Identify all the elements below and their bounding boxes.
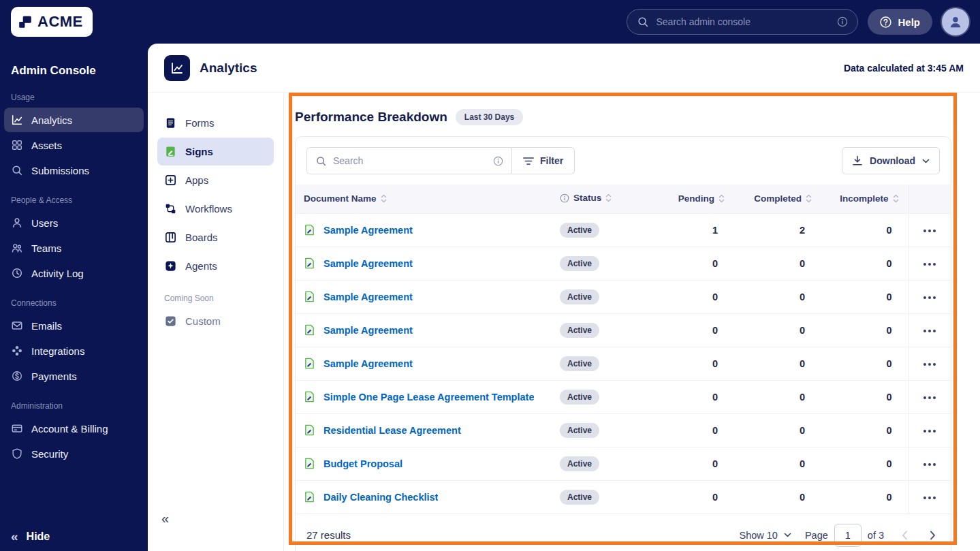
- sort-icon: [605, 193, 612, 202]
- incomplete-value: 0: [821, 280, 908, 313]
- document-link[interactable]: Budget Proposal: [323, 458, 402, 469]
- document-link[interactable]: Sample Agreement: [323, 225, 413, 236]
- row-actions-button[interactable]: [919, 491, 940, 505]
- subnav-item-boards[interactable]: Boards: [157, 223, 274, 251]
- sidebar-item-activity-log[interactable]: Activity Log: [4, 261, 144, 285]
- page-number-input[interactable]: [834, 524, 862, 547]
- search-icon: [637, 16, 649, 28]
- column-label: Document Name: [304, 193, 377, 204]
- filter-button[interactable]: Filter: [512, 147, 575, 174]
- sidebar-item-account-billing[interactable]: Account & Billing: [4, 416, 144, 441]
- document-link[interactable]: Simple One Page Lease Agreement Template: [323, 392, 534, 403]
- subnav-item-agents[interactable]: Agents: [157, 252, 274, 280]
- sidebar-item-label: Payments: [31, 371, 77, 382]
- column-label: Pending: [678, 193, 714, 204]
- performance-panel: Performance Breakdown Last 30 Days: [284, 93, 980, 551]
- user-avatar[interactable]: [942, 8, 969, 35]
- document-link[interactable]: Sample Agreement: [323, 258, 413, 269]
- document-link[interactable]: Daily Cleaning Checklist: [323, 492, 438, 503]
- help-label: Help: [898, 16, 920, 28]
- table-row: Sample Agreement Active 0 0 0: [296, 280, 951, 313]
- subnav-item-custom[interactable]: Custom: [157, 307, 274, 335]
- table-search-input[interactable]: [333, 155, 487, 166]
- sort-icon: [381, 194, 387, 203]
- row-actions-button[interactable]: [919, 458, 940, 471]
- sidebar-item-label: Emails: [31, 320, 62, 332]
- chevron-down-icon: [922, 159, 930, 163]
- completed-value: 2: [734, 213, 821, 247]
- row-actions-button[interactable]: [919, 257, 940, 271]
- performance-table: Document Name Status Pending Completed: [296, 185, 951, 514]
- status-badge: Active: [560, 390, 599, 405]
- submissions-icon: [11, 164, 23, 176]
- incomplete-value: 0: [821, 480, 908, 514]
- subnav-collapse-button[interactable]: «: [161, 511, 169, 526]
- row-actions-button[interactable]: [919, 224, 940, 238]
- analytics-icon: [11, 114, 23, 126]
- status-badge: Active: [560, 223, 599, 238]
- table-toolbar: Filter Download: [296, 137, 951, 185]
- sidebar-item-analytics[interactable]: Analytics: [4, 108, 144, 132]
- row-actions-button[interactable]: [919, 391, 940, 405]
- incomplete-value: 0: [821, 447, 908, 480]
- admin-search-input[interactable]: [656, 16, 830, 27]
- sidebar-item-teams[interactable]: Teams: [4, 236, 144, 260]
- document-link[interactable]: Residential Lease Agreement: [323, 425, 461, 436]
- table-row: Residential Lease Agreement Active 0 0 0: [296, 413, 951, 447]
- security-icon: [11, 447, 23, 460]
- document-link[interactable]: Sample Agreement: [323, 358, 413, 369]
- help-button[interactable]: Help: [868, 9, 932, 35]
- signs-icon: [164, 145, 177, 158]
- document-link[interactable]: Sample Agreement: [323, 325, 413, 336]
- column-pending[interactable]: Pending: [652, 185, 734, 213]
- row-actions-button[interactable]: [919, 358, 940, 371]
- subnav-item-forms[interactable]: Forms: [157, 109, 274, 137]
- pending-value: 0: [652, 280, 734, 313]
- section-label-connections: Connections: [0, 286, 148, 313]
- subnav-item-signs[interactable]: Signs: [157, 138, 274, 166]
- sidebar-item-emails[interactable]: Emails: [4, 313, 144, 338]
- activity-log-icon: [11, 267, 23, 279]
- column-status[interactable]: Status: [552, 185, 652, 213]
- sidebar-item-submissions[interactable]: Submissions: [4, 158, 144, 183]
- download-icon: [852, 155, 863, 166]
- previous-page-button[interactable]: [898, 528, 912, 543]
- incomplete-value: 0: [821, 313, 908, 347]
- document-link[interactable]: Sample Agreement: [323, 292, 413, 302]
- row-actions-button[interactable]: [919, 291, 940, 304]
- page-label: Page: [805, 530, 828, 541]
- sign-document-icon: [304, 291, 315, 302]
- subnav-item-label: Apps: [185, 174, 208, 186]
- incomplete-value: 0: [821, 380, 908, 413]
- table-row: Simple One Page Lease Agreement Template…: [296, 380, 951, 413]
- subnav-item-apps[interactable]: Apps: [157, 166, 274, 194]
- column-completed[interactable]: Completed: [734, 185, 821, 213]
- column-document-name[interactable]: Document Name: [296, 185, 552, 213]
- subnav-item-workflows[interactable]: Workflows: [157, 195, 274, 223]
- column-incomplete[interactable]: Incomplete: [821, 185, 908, 213]
- show-per-page-select[interactable]: Show 10: [740, 530, 791, 541]
- emails-icon: [11, 319, 23, 332]
- next-page-button[interactable]: [926, 528, 940, 543]
- sidebar-item-assets[interactable]: Assets: [4, 133, 144, 157]
- section-label-people: People & Access: [0, 183, 148, 210]
- sidebar-hide-button[interactable]: « Hide: [11, 530, 50, 543]
- sidebar-item-users[interactable]: Users: [4, 210, 144, 235]
- row-actions-button[interactable]: [919, 424, 940, 438]
- column-label: Status: [573, 193, 601, 203]
- table-row: Sample Agreement Active 0 0 0: [296, 347, 951, 380]
- table-row: Sample Agreement Active 1 2 0: [296, 213, 951, 247]
- main-content: Analytics Data calculated at 3:45 AM For…: [148, 44, 980, 551]
- status-badge: Active: [560, 456, 599, 471]
- page-total-label: of 3: [868, 530, 884, 541]
- search-icon: [315, 155, 327, 167]
- acme-logo[interactable]: ACME: [11, 7, 93, 37]
- row-actions-button[interactable]: [919, 324, 940, 338]
- collapse-icon: «: [11, 530, 18, 543]
- sign-document-icon: [304, 324, 315, 336]
- analytics-header: Analytics Data calculated at 3:45 AM: [148, 44, 980, 93]
- sidebar-item-security[interactable]: Security: [4, 441, 144, 466]
- sidebar-item-integrations[interactable]: Integrations: [4, 339, 144, 363]
- sidebar-item-payments[interactable]: Payments: [4, 364, 144, 388]
- download-button[interactable]: Download: [842, 147, 940, 174]
